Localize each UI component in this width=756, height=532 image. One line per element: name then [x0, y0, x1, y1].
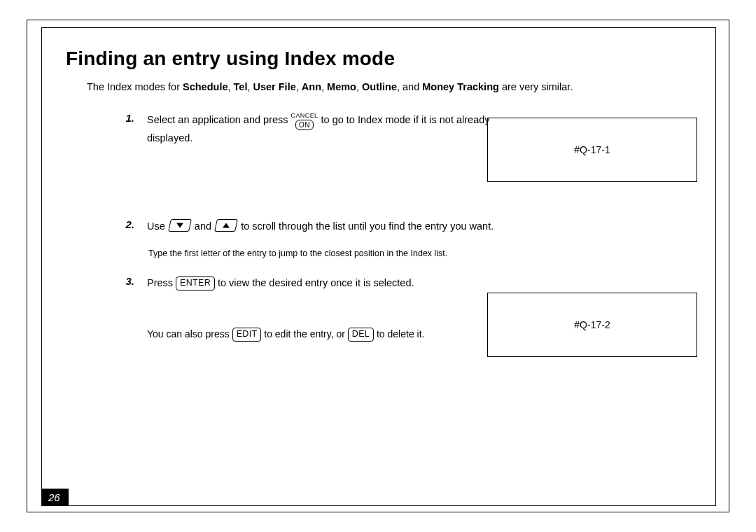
- intro-and: and: [402, 81, 422, 92]
- footnote-c: to delete it.: [377, 328, 425, 340]
- arrow-up-key-icon: [214, 219, 238, 232]
- del-keycap: DEL: [348, 328, 374, 342]
- arrow-down-key-icon: [168, 219, 192, 232]
- page-content: Finding an entry using Index mode The In…: [42, 28, 715, 342]
- sep: ,: [227, 81, 233, 92]
- cancel-label: CANCEL: [291, 113, 318, 119]
- step-2: 2. Use and to scroll through the list un…: [120, 218, 498, 234]
- app-schedule: Schedule: [183, 81, 227, 92]
- cancel-on-key-icon: CANCEL ON: [291, 113, 318, 130]
- step-2-body: Use and to scroll through the list until…: [147, 218, 493, 234]
- step-2-number: 2.: [120, 218, 134, 234]
- step-3-text-b: to view the desired entry once it is sel…: [218, 277, 414, 288]
- steps-list-2: 3. Press ENTER to view the desired entry…: [120, 275, 498, 290]
- app-ann: Ann: [302, 81, 321, 92]
- footnote-a: You can also press: [147, 328, 232, 340]
- step-2-text-a: Use: [147, 220, 168, 232]
- steps-list: 1. Select an application and press CANCE…: [120, 112, 498, 234]
- app-userfile: User File: [253, 81, 295, 92]
- app-memo: Memo: [327, 81, 356, 92]
- sep: ,: [397, 81, 402, 92]
- step-1-body: Select an application and press CANCEL O…: [147, 112, 498, 146]
- page-number: 26: [41, 489, 69, 506]
- step-1-number: 1.: [120, 112, 134, 146]
- sep: ,: [321, 81, 327, 92]
- enter-keycap: ENTER: [176, 276, 215, 290]
- figure-reference-2: #Q-17-2: [487, 293, 697, 357]
- step-1: 1. Select an application and press CANCE…: [120, 112, 498, 146]
- footnote-b: to edit the entry, or: [264, 328, 348, 340]
- on-keycap: ON: [295, 120, 314, 130]
- step-1-text-a: Select an application and press: [147, 114, 291, 125]
- step-2-text-b: to scroll through the list until you fin…: [241, 220, 493, 232]
- step-3-body: Press ENTER to view the desired entry on…: [147, 275, 414, 290]
- edit-keycap: EDIT: [232, 328, 262, 342]
- intro-suffix: are very similar.: [502, 81, 573, 92]
- app-outline: Outline: [362, 81, 397, 92]
- figure-reference-1: #Q-17-1: [487, 118, 697, 182]
- app-money: Money Tracking: [422, 81, 499, 92]
- app-tel: Tel: [234, 81, 248, 92]
- step-2-text-mid: and: [195, 220, 214, 232]
- figure-reference-1-label: #Q-17-1: [574, 144, 610, 155]
- sep: ,: [296, 81, 302, 92]
- page-outer-frame: Finding an entry using Index mode The In…: [27, 20, 729, 512]
- intro-prefix: The Index modes for: [87, 81, 183, 92]
- step-2-subnote: Type the first letter of the entry to ju…: [148, 247, 692, 260]
- intro-paragraph: The Index modes for Schedule, Tel, User …: [87, 80, 692, 95]
- page-inner-frame: Finding an entry using Index mode The In…: [41, 27, 716, 506]
- step-3-number: 3.: [120, 275, 134, 290]
- step-3: 3. Press ENTER to view the desired entry…: [120, 275, 498, 290]
- sep: ,: [356, 81, 362, 92]
- step-3-text-a: Press: [147, 277, 176, 288]
- page-title: Finding an entry using Index mode: [66, 48, 692, 70]
- figure-reference-2-label: #Q-17-2: [574, 319, 610, 330]
